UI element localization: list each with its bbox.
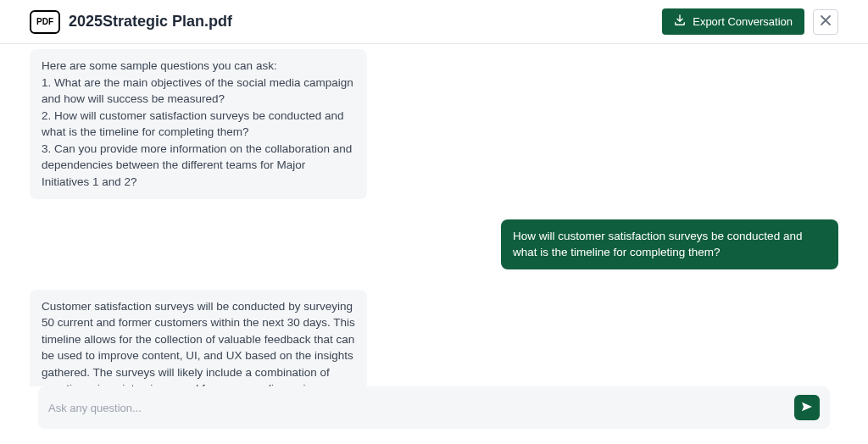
assistant-message-text: Customer satisfaction surveys will be co… <box>42 300 355 386</box>
assistant-message-text: Here are some sample questions you can a… <box>42 59 353 188</box>
header-left: PDF 2025Strategic Plan.pdf <box>30 10 232 34</box>
pdf-icon: PDF <box>30 10 60 34</box>
assistant-message: Customer satisfaction surveys will be co… <box>30 290 367 386</box>
send-icon <box>800 400 814 416</box>
user-message-text: How will customer satisfaction surveys b… <box>513 230 802 259</box>
pdf-badge-text: PDF <box>36 17 53 26</box>
app-header: PDF 2025Strategic Plan.pdf Export Conver… <box>0 0 868 44</box>
export-label: Export Conversation <box>693 15 793 28</box>
send-button[interactable] <box>794 395 820 420</box>
chat-scroll-area[interactable]: Here are some sample questions you can a… <box>0 44 868 386</box>
close-button[interactable] <box>813 9 838 35</box>
document-title: 2025Strategic Plan.pdf <box>69 13 232 31</box>
message-input[interactable] <box>48 402 786 414</box>
download-icon <box>674 14 686 29</box>
export-conversation-button[interactable]: Export Conversation <box>662 8 804 35</box>
header-right: Export Conversation <box>662 8 838 35</box>
user-message: How will customer satisfaction surveys b… <box>501 219 838 269</box>
assistant-message: Here are some sample questions you can a… <box>30 49 367 199</box>
close-icon <box>820 14 832 29</box>
message-input-bar <box>38 386 830 429</box>
